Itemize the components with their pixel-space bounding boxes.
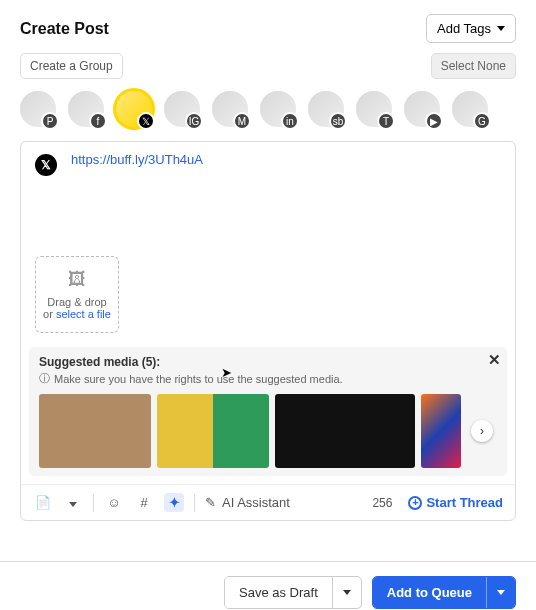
ai-assistant-label: AI Assistant (222, 495, 290, 510)
network-badge-icon: in (281, 112, 299, 130)
suggested-thumb-0[interactable] (39, 394, 151, 468)
x-network-avatar: 𝕏 (35, 154, 57, 176)
network-badge-icon: 𝕏 (137, 112, 155, 130)
media-dropzone[interactable]: 🖼 Drag & drop or select a file (35, 256, 119, 333)
ai-assistant-button[interactable]: ✎ AI Assistant (205, 495, 290, 510)
suggested-note: Make sure you have the rights to use the… (54, 373, 343, 385)
save-draft-dropdown[interactable] (332, 577, 361, 608)
divider (194, 494, 195, 512)
chevron-down-icon (497, 26, 505, 31)
add-tags-label: Add Tags (437, 21, 491, 36)
network-badge-icon: P (41, 112, 59, 130)
channel-avatar-3[interactable]: IG (164, 91, 200, 127)
start-thread-button[interactable]: + Start Thread (408, 495, 503, 510)
network-badge-icon: ▶ (425, 112, 443, 130)
suggested-media-panel: ✕ Suggested media (5): ⓘ Make sure you h… (29, 347, 507, 476)
suggested-thumb-2[interactable] (275, 394, 415, 468)
add-tags-button[interactable]: Add Tags (426, 14, 516, 43)
sparkle-icon[interactable]: ✦ (164, 493, 184, 512)
divider (93, 494, 94, 512)
compose-text[interactable]: https://buff.ly/3UTh4uA (71, 152, 203, 176)
add-to-queue-split-button[interactable]: Add to Queue (372, 576, 516, 609)
chevron-down-icon (343, 590, 351, 595)
scroll-right-button[interactable]: › (471, 420, 493, 442)
attachment-dropdown-icon[interactable] (63, 495, 83, 510)
hashtag-icon[interactable]: # (134, 495, 154, 510)
suggested-thumb-1[interactable] (157, 394, 269, 468)
select-none-button[interactable]: Select None (431, 53, 516, 79)
plus-circle-icon: + (408, 496, 422, 510)
channel-avatar-0[interactable]: P (20, 91, 56, 127)
network-badge-icon: T (377, 112, 395, 130)
channel-avatar-8[interactable]: ▶ (404, 91, 440, 127)
channel-avatar-2[interactable]: 𝕏 (116, 91, 152, 127)
dropzone-line1: Drag & drop (42, 296, 112, 308)
network-badge-icon: sb (329, 112, 347, 130)
emoji-icon[interactable]: ☺ (104, 495, 124, 510)
network-badge-icon: M (233, 112, 251, 130)
create-group-button[interactable]: Create a Group (20, 53, 123, 79)
network-badge-icon: IG (185, 112, 203, 130)
close-icon[interactable]: ✕ (488, 351, 501, 369)
network-badge-icon: G (473, 112, 491, 130)
channel-avatar-1[interactable]: f (68, 91, 104, 127)
add-to-queue-button[interactable]: Add to Queue (373, 577, 486, 608)
image-icon: 🖼 (42, 269, 112, 290)
wand-icon: ✎ (205, 495, 216, 510)
dropzone-line2: or (43, 308, 56, 320)
channel-avatar-7[interactable]: T (356, 91, 392, 127)
editor-toolbar: 📄 ☺ # ✦ ✎ AI Assistant 256 + Start Threa… (21, 484, 515, 520)
channel-avatar-6[interactable]: sb (308, 91, 344, 127)
start-thread-label: Start Thread (426, 495, 503, 510)
select-file-link[interactable]: select a file (56, 308, 111, 320)
channel-avatar-5[interactable]: in (260, 91, 296, 127)
attachment-icon[interactable]: 📄 (33, 495, 53, 510)
channel-list: Pf𝕏IGMinsbT▶G (0, 79, 536, 141)
channel-avatar-4[interactable]: M (212, 91, 248, 127)
page-title: Create Post (20, 20, 109, 38)
thumbnail-strip: › (39, 394, 497, 468)
editor-card: 𝕏 https://buff.ly/3UTh4uA 🖼 Drag & drop … (20, 141, 516, 521)
suggested-title: Suggested media (5): (39, 355, 497, 369)
save-draft-split-button[interactable]: Save as Draft (224, 576, 362, 609)
add-to-queue-dropdown[interactable] (486, 577, 515, 608)
save-draft-button[interactable]: Save as Draft (225, 577, 332, 608)
suggested-thumb-3[interactable] (421, 394, 461, 468)
char-count: 256 (372, 496, 392, 510)
info-icon: ⓘ (39, 371, 50, 386)
channel-avatar-9[interactable]: G (452, 91, 488, 127)
chevron-down-icon (497, 590, 505, 595)
network-badge-icon: f (89, 112, 107, 130)
